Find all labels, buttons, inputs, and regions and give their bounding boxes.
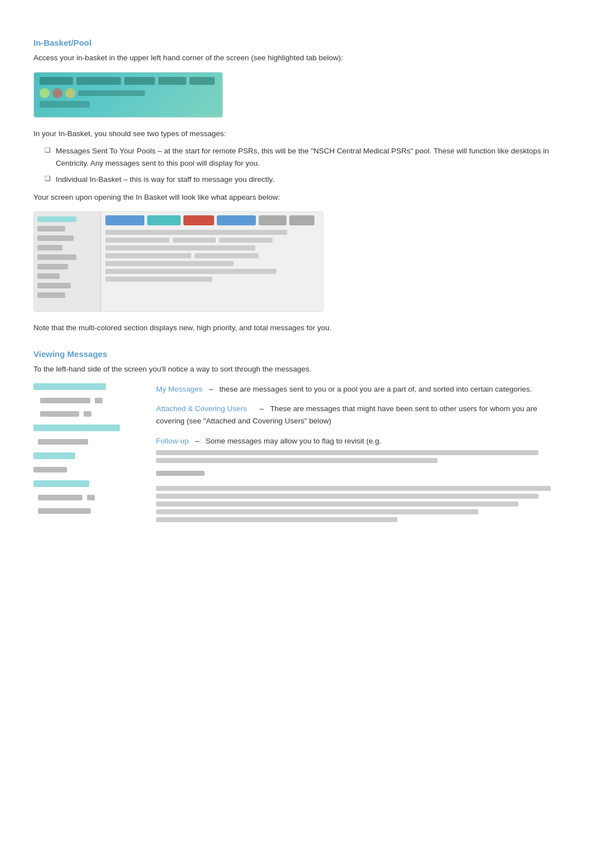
attached-covering-label: Attached & Covering Users — [156, 404, 247, 413]
screenshot-1 — [33, 72, 223, 118]
bullet-individual: Individual In-Basket – this is way for s… — [45, 173, 559, 186]
sidebar-list — [33, 383, 145, 530]
screenshot-2 — [33, 211, 323, 312]
my-messages-label: My Messages — [156, 385, 202, 393]
two-col-layout: My Messages – these are messages sent to… — [33, 383, 559, 530]
viewing-intro: To the left-hand side of the screen you'… — [33, 363, 559, 375]
followup-label: Follow-up — [156, 437, 189, 445]
desc-attached-covering: Attached & Covering Users – These are me… — [156, 403, 559, 427]
my-messages-dash: – — [205, 385, 217, 393]
body-text-2: Your screen upon opening the In Basket w… — [33, 191, 559, 204]
section-in-basket: In-Basket/Pool Access your in-basket in … — [33, 38, 559, 334]
section-title-viewing: Viewing Messages — [33, 349, 559, 359]
body-text-1: In your In-Basket, you should see two ty… — [33, 128, 559, 140]
bullet-pools: Messages Sent To Your Pools – at the sta… — [45, 145, 559, 169]
desc-followup: Follow-up – Some messages may allow you … — [156, 435, 559, 464]
note-text: Note that the multi-colored section disp… — [33, 322, 559, 334]
desc-my-messages: My Messages – these are messages sent to… — [156, 383, 559, 396]
attached-covering-dash: – — [249, 404, 268, 413]
followup-dash: – — [191, 437, 203, 445]
section-viewing-messages: Viewing Messages To the left-hand side o… — [33, 349, 559, 530]
desc-blurred-extra — [156, 471, 559, 522]
intro-text: Access your in-basket in the upper left … — [33, 52, 559, 64]
section-title-in-basket: In-Basket/Pool — [33, 38, 559, 47]
my-messages-desc: these are messages sent to you or a pool… — [220, 385, 532, 393]
right-descriptions: My Messages – these are messages sent to… — [156, 383, 559, 530]
ss2-left-panel — [34, 212, 101, 312]
message-types-list: Messages Sent To Your Pools – at the sta… — [33, 145, 559, 186]
blurred-followup-lines — [156, 450, 559, 463]
ss2-main-panel — [101, 212, 323, 312]
followup-desc: Some messages may allow you to flag to r… — [206, 437, 381, 445]
